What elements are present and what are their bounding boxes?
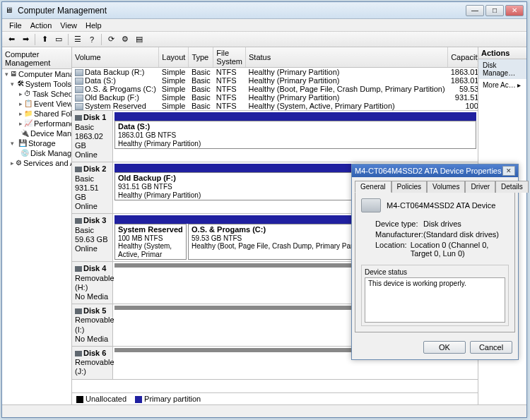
close-button[interactable]: ✕ bbox=[505, 5, 524, 16]
disk-row[interactable]: Disk 1Basic1863.02 GBOnlineData (S:)1863… bbox=[72, 111, 478, 162]
tree-disk-management[interactable]: 💿Disk Management bbox=[2, 148, 71, 158]
titlebar[interactable]: 🖥 Computer Management — □ ✕ bbox=[2, 2, 526, 19]
device-properties-dialog[interactable]: M4-CT064M4SSD2 ATA Device Properties ✕ G… bbox=[351, 164, 519, 360]
navigation-tree[interactable]: Computer Management ▾🖥Computer Managemen… bbox=[2, 47, 72, 404]
volume-row[interactable]: Data Backup (R:)SimpleBasicNTFSHealthy (… bbox=[72, 68, 478, 77]
forward-button[interactable]: ➡ bbox=[19, 33, 32, 46]
disk-drive-icon bbox=[361, 198, 381, 212]
show-hide-tree-button[interactable]: ▭ bbox=[52, 33, 65, 46]
up-button[interactable]: ⬆ bbox=[38, 33, 51, 46]
minimize-button[interactable]: — bbox=[466, 5, 484, 16]
menu-view[interactable]: View bbox=[56, 21, 81, 30]
partition[interactable]: System Reserved100 MB NTFSHealthy (Syste… bbox=[114, 224, 187, 260]
legend: Unallocated Primary partition bbox=[72, 392, 478, 404]
tab-general[interactable]: General bbox=[355, 181, 391, 193]
maximize-button[interactable]: □ bbox=[485, 5, 504, 16]
tab-details[interactable]: Details bbox=[495, 181, 529, 193]
dialog-title: M4-CT064M4SSD2 ATA Device Properties bbox=[355, 167, 502, 175]
tab-policies[interactable]: Policies bbox=[391, 181, 427, 193]
tree-system-tools[interactable]: ▾🛠System Tools bbox=[2, 79, 71, 89]
volume-row[interactable]: Data (S:)SimpleBasicNTFSHealthy (Primary… bbox=[72, 76, 478, 85]
menu-file[interactable]: File bbox=[5, 21, 26, 30]
menu-help[interactable]: Help bbox=[81, 21, 106, 30]
properties-button[interactable]: ☰ bbox=[71, 33, 84, 46]
tree-task-scheduler[interactable]: ▸⏱Task Scheduler bbox=[2, 89, 71, 99]
list-button[interactable]: ▤ bbox=[133, 33, 146, 46]
volume-row[interactable]: Old Backup (F:)SimpleBasicNTFSHealthy (P… bbox=[72, 93, 478, 102]
column-header[interactable]: Layout bbox=[159, 47, 189, 68]
dialog-close-button[interactable]: ✕ bbox=[502, 166, 515, 176]
app-icon: 🖥 bbox=[5, 6, 15, 16]
tab-volumes[interactable]: Volumes bbox=[427, 181, 465, 193]
volume-row[interactable]: System ReservedSimpleBasicNTFSHealthy (S… bbox=[72, 102, 478, 110]
device-status-group: Device status This device is working pro… bbox=[361, 265, 509, 326]
action-more-actions[interactable]: More Ac… ▸ bbox=[478, 79, 526, 91]
statusbar bbox=[2, 404, 526, 416]
volume-list[interactable]: VolumeLayoutTypeFile SystemStatusCapacit… bbox=[72, 47, 478, 110]
tree-storage[interactable]: ▾💾Storage bbox=[2, 138, 71, 148]
device-type-value: Disk drives bbox=[423, 220, 461, 228]
device-name: M4-CT064M4SSD2 ATA Device bbox=[387, 201, 495, 210]
column-header[interactable]: Capacity bbox=[448, 47, 478, 68]
tree-header: Computer Management bbox=[2, 49, 71, 69]
menubar: File Action View Help bbox=[2, 19, 526, 32]
refresh-button[interactable]: ⟳ bbox=[105, 33, 117, 46]
location-value: Location 0 (Channel 0, Target 0, Lun 0) bbox=[411, 241, 509, 258]
tree-device-manager[interactable]: 🔌Device Manager bbox=[2, 128, 71, 138]
tree-shared-folders[interactable]: ▸📁Shared Folders bbox=[2, 109, 71, 119]
column-header[interactable]: Volume bbox=[72, 47, 159, 68]
cancel-button[interactable]: Cancel bbox=[470, 341, 512, 354]
column-header[interactable]: File System bbox=[213, 47, 246, 68]
partition[interactable]: Data (S:)1863.01 GB NTFSHealthy (Primary… bbox=[114, 121, 476, 149]
column-header[interactable]: Status bbox=[245, 47, 447, 68]
column-header[interactable]: Type bbox=[189, 47, 213, 68]
dialog-titlebar[interactable]: M4-CT064M4SSD2 ATA Device Properties ✕ bbox=[352, 164, 518, 177]
dialog-tabs: General Policies Volumes Driver Details bbox=[352, 177, 518, 192]
tree-services[interactable]: ▸⚙Services and Applications bbox=[2, 158, 71, 168]
settings-button[interactable]: ⚙ bbox=[119, 33, 131, 46]
ok-button[interactable]: OK bbox=[423, 341, 466, 354]
back-button[interactable]: ⬅ bbox=[5, 33, 18, 46]
tab-general-body: M4-CT064M4SSD2 ATA Device Device type:Di… bbox=[355, 192, 515, 332]
device-status-text[interactable]: This device is working properly. bbox=[365, 277, 505, 323]
menu-action[interactable]: Action bbox=[26, 21, 57, 30]
help-button[interactable]: ? bbox=[86, 33, 98, 46]
window-title: Computer Management bbox=[18, 6, 466, 16]
toolbar: ⬅ ➡ ⬆ ▭ ☰ ? ⟳ ⚙ ▤ bbox=[2, 32, 526, 47]
tree-performance[interactable]: ▸📈Performance bbox=[2, 119, 71, 128]
tree-event-viewer[interactable]: ▸📋Event Viewer bbox=[2, 99, 71, 109]
tab-driver[interactable]: Driver bbox=[465, 181, 495, 193]
manufacturer-value: (Standard disk drives) bbox=[423, 230, 499, 239]
tree-root[interactable]: ▾🖥Computer Management bbox=[2, 69, 71, 79]
actions-header: Actions bbox=[478, 47, 526, 59]
action-disk-management[interactable]: Disk Manage… bbox=[478, 59, 526, 79]
volume-row[interactable]: O.S. & Progams (C:)SimpleBasicNTFSHealth… bbox=[72, 85, 478, 93]
